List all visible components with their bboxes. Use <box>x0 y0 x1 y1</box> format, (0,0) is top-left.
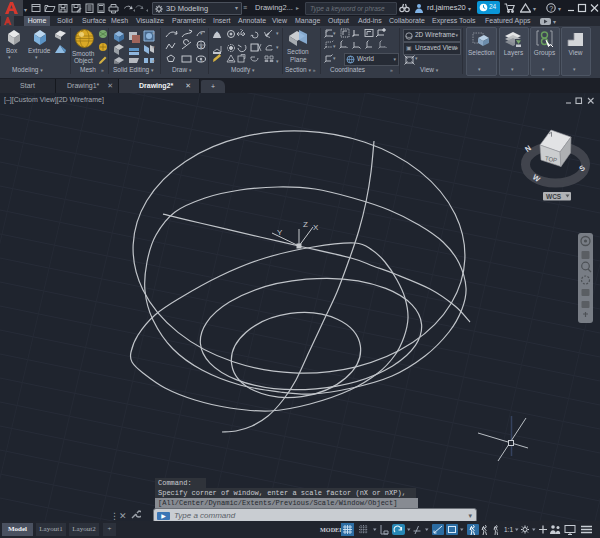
svg-text:1:1: 1:1 <box>504 526 513 533</box>
svg-text:Y: Y <box>277 228 283 237</box>
svg-text:Z: Z <box>303 220 308 229</box>
svg-text:WCS: WCS <box>546 193 562 200</box>
svg-text:X: X <box>313 223 319 232</box>
svg-text:?: ? <box>549 5 553 12</box>
